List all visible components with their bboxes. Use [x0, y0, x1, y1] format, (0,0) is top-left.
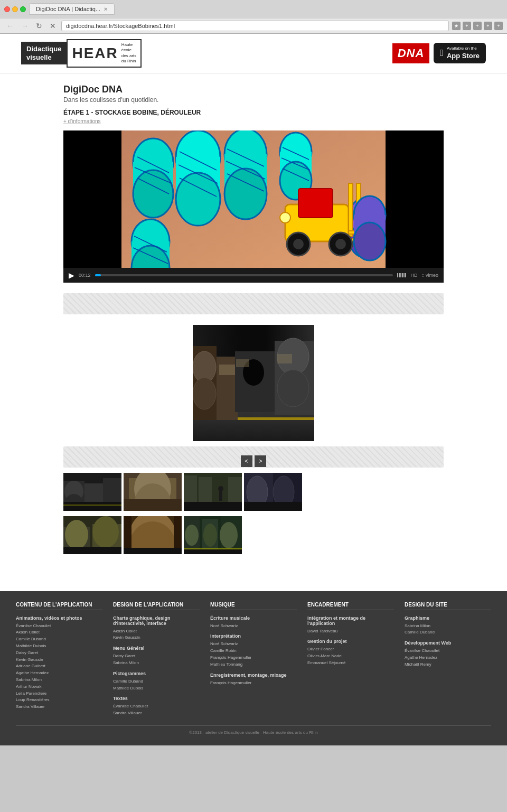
didactique-logo: Didactique visuelle — [21, 42, 67, 64]
didactique-line2: visuelle — [26, 53, 61, 62]
address-bar[interactable] — [61, 21, 449, 31]
gallery-prev-button[interactable]: < — [241, 455, 252, 467]
footer-grid: CONTENU DE L'APPLICATION Animations, vid… — [16, 602, 491, 717]
svg-point-53 — [193, 378, 216, 409]
svg-point-37 — [335, 239, 346, 249]
footer-col2-section2: Menu Général — [113, 646, 200, 651]
info-link[interactable]: + d'informations — [63, 118, 444, 124]
thumbnail-5[interactable] — [63, 516, 121, 554]
footer-col2-section4: Textes — [113, 696, 200, 701]
svg-rect-94 — [63, 547, 121, 554]
placeholder-bar-top — [63, 293, 444, 314]
svg-point-38 — [280, 212, 290, 223]
footer-col-design-site: DESIGN DU SITE Graphisme Sabrina Milon C… — [405, 602, 491, 717]
tab-close-icon[interactable]: ✕ — [104, 6, 108, 12]
app-store-text: Available on the App Store — [447, 46, 480, 60]
app-available-label: Available on the — [447, 46, 480, 51]
logo-right: DNA  Available on the App Store — [392, 43, 486, 63]
browser-tab[interactable]: DigiDoc DNA | Didactiq... ✕ — [29, 3, 115, 15]
gallery-thumbnails-row1 — [63, 473, 444, 511]
time-display: 00:12 — [79, 273, 91, 278]
footer-col2-section1: Charte graphique, design d'interactivité… — [113, 615, 200, 626]
footer-col1-name-5: Daisy Garet — [16, 650, 102, 657]
step-title: ÉTAPE 1 - STOCKAGE BOBINE, DÉROULEUR — [63, 109, 444, 116]
footer-col1-title: CONTENU DE L'APPLICATION — [16, 602, 102, 610]
tab-title: DigiDoc DNA | Didactiq... — [36, 6, 100, 12]
maximize-button[interactable] — [20, 6, 26, 12]
thumbnail-1[interactable] — [63, 473, 121, 511]
footer-col1-name-7: Adriane Guibert — [16, 663, 102, 670]
back-button[interactable]: ← — [4, 21, 16, 31]
footer-col1-name-4: Mathilde Dubois — [16, 643, 102, 650]
footer-col5-name-1: Sabrina Milon — [405, 623, 491, 630]
footer-col4-section1: Intégration et montage de l'application — [307, 615, 394, 626]
stop-button[interactable]: ✕ — [48, 21, 58, 31]
footer-col3-name-5: Mathieu Tonnang — [210, 661, 297, 668]
footer-col3-title: MUSIQUE — [210, 602, 297, 610]
svg-marker-69 — [63, 505, 121, 506]
app-store-button[interactable]:  Available on the App Store — [434, 43, 486, 63]
footer-col5-name-3: Évanilse Chaouilet — [405, 648, 491, 655]
hear-logo: HEAR Haute école des arts du Rhin — [67, 39, 142, 68]
logo-left: Didactique visuelle HEAR Haute école des… — [21, 39, 142, 68]
footer-col3-section3: Enregistrement, montage, mixage — [210, 673, 297, 678]
thumbnail-2[interactable] — [124, 473, 182, 511]
footer-col-encadrement: ENCADREMENT Intégration et montage de l'… — [307, 602, 394, 717]
svg-rect-30 — [349, 183, 353, 236]
gallery-nav-bar: < > — [63, 446, 444, 468]
footer-col5-name-5: Michaël Remy — [405, 661, 491, 668]
footer-col-musique: MUSIQUE Écriture musicale Noré Schwartz … — [210, 602, 297, 717]
extension-icon-4[interactable]: + — [494, 22, 503, 30]
thumbnail-6[interactable] — [124, 516, 182, 554]
video-controls: ▶ 00:12 HD :: vimeo — [63, 268, 444, 283]
footer-col3-name-4: François Hagenmuller — [210, 655, 297, 661]
play-button[interactable]: ▶ — [69, 271, 74, 279]
minimize-button[interactable] — [12, 6, 18, 12]
svg-rect-59 — [219, 365, 235, 375]
footer-copyright: ©2013 - atelier de Didactique visuelle -… — [16, 725, 491, 735]
page-wrapper: Didactique visuelle HEAR Haute école des… — [0, 34, 507, 745]
footer-col2-name-3: Daisy Garet — [113, 653, 200, 660]
volume-icon — [397, 273, 406, 277]
svg-point-92 — [65, 520, 88, 549]
footer-col4-name-3: Olivier-Marc Nadel — [307, 653, 394, 660]
extension-icon-1[interactable]: + — [463, 22, 471, 30]
footer-col2-name-4: Sabrina Milon — [113, 660, 200, 667]
svg-rect-109 — [184, 549, 242, 554]
thumbnail-4[interactable] — [244, 473, 302, 511]
reload-button[interactable]: ↻ — [34, 21, 44, 31]
extension-icon-2[interactable]: + — [473, 22, 482, 30]
forward-button[interactable]: → — [19, 21, 31, 31]
extension-icon-3[interactable]: + — [484, 22, 492, 30]
progress-bar[interactable] — [95, 274, 393, 276]
footer-col4-name-4: Emmanuel Séjourné — [307, 660, 394, 667]
thumbnail-7[interactable] — [184, 516, 242, 554]
svg-rect-61 — [277, 354, 292, 363]
thumbnail-3[interactable] — [184, 473, 242, 511]
footer-col-contenu: CONTENU DE L'APPLICATION Animations, vid… — [16, 602, 102, 717]
didactique-line1: Didactique — [26, 45, 61, 53]
page-subtitle: Dans les coulisses d'un quotidien. — [63, 96, 444, 104]
app-store-label: App Store — [447, 52, 480, 61]
footer-col4-section2: Gestion du projet — [307, 639, 394, 644]
footer-col3-name-3: Camille Robin — [210, 648, 297, 655]
close-button[interactable] — [4, 6, 10, 12]
footer-col1-name-10: Arthur Nowak — [16, 684, 102, 690]
svg-marker-82 — [184, 502, 242, 511]
browser-window-controls — [4, 6, 26, 12]
footer-col2-name-7: Évanilse Chaouilet — [113, 703, 200, 710]
bookmark-icon[interactable]: ★ — [452, 22, 461, 30]
svg-marker-68 — [63, 502, 121, 511]
svg-point-41 — [354, 222, 386, 260]
gallery-main-image — [193, 325, 314, 441]
svg-point-3 — [133, 170, 173, 218]
footer-col1-name-6: Kevin Gaussin — [16, 657, 102, 664]
svg-point-80 — [218, 486, 223, 491]
apple-icon:  — [440, 48, 444, 59]
svg-point-106 — [203, 524, 217, 547]
footer-col4-name-1: David Tardiveau — [307, 628, 394, 635]
gallery-next-button[interactable]: > — [255, 455, 266, 467]
progress-fill — [95, 274, 101, 276]
svg-rect-74 — [124, 499, 182, 511]
footer-col1-name-3: Camille Duband — [16, 636, 102, 643]
